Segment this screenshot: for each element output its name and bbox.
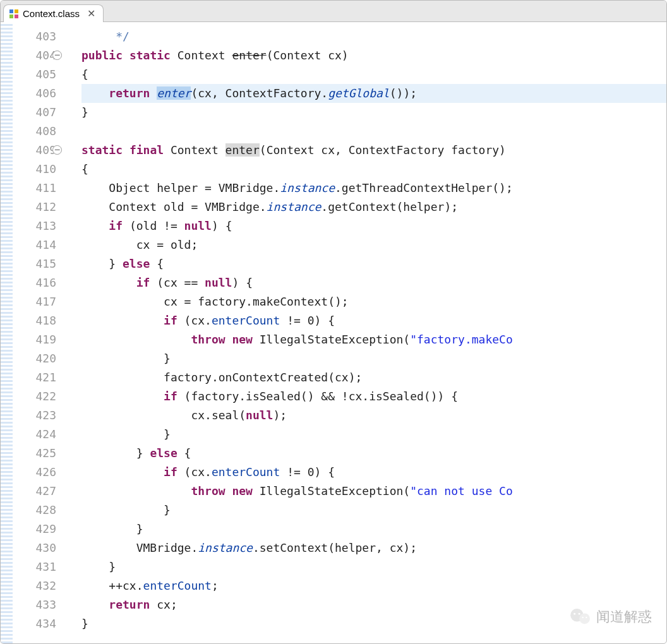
line-number: 410 [13,160,60,179]
line-number: 428 [13,501,60,520]
code-line[interactable]: static final Context enter(Context cx, C… [81,141,666,160]
line-number: 421 [13,368,60,387]
svg-rect-3 [15,15,18,18]
line-number: 409− [13,141,60,160]
code-line[interactable]: throw new IllegalStateException("can not… [81,482,666,501]
editor-tab-context-class[interactable]: Context.class ✕ [3,4,104,22]
code-line[interactable]: } [81,520,666,539]
code-line[interactable]: } else { [81,254,666,273]
code-line[interactable]: } [81,501,666,520]
line-number: 408 [13,122,60,141]
code-line[interactable] [81,122,666,141]
line-number: 413 [13,217,60,236]
fold-toggle-icon[interactable]: − [52,145,62,155]
code-line[interactable]: } [81,425,666,444]
code-line[interactable]: if (cx.enterCount != 0) { [81,463,666,482]
svg-point-8 [582,617,584,618]
line-number: 419 [13,330,60,349]
line-number: 427 [13,482,60,501]
class-file-icon [9,9,19,19]
code-line[interactable]: } [81,558,666,576]
line-number: 418 [13,311,60,330]
line-number: 422 [13,387,60,406]
line-number: 416 [13,273,60,292]
svg-point-6 [574,613,575,615]
line-number: 415 [13,254,60,273]
line-number: 403 [13,27,60,46]
code-line[interactable]: */ [81,27,666,46]
code-line[interactable]: } else { [81,444,666,463]
svg-point-9 [586,617,587,618]
code-line[interactable]: ++cx.enterCount; [81,576,666,595]
line-number: 430 [13,539,60,558]
line-number: 420 [13,349,60,368]
svg-point-7 [579,613,580,615]
marker-bar [1,22,13,643]
svg-point-5 [579,613,590,624]
code-line[interactable]: cx.seal(null); [81,406,666,425]
code-line[interactable]: return enter(cx, ContextFactory.getGloba… [81,84,666,103]
code-line[interactable]: cx = old; [81,236,666,254]
code-line[interactable]: { [81,65,666,84]
line-number: 425 [13,444,60,463]
line-number: 411 [13,179,60,198]
close-icon[interactable]: ✕ [87,8,95,20]
code-line[interactable]: Object helper = VMBridge.instance.getThr… [81,179,666,198]
line-number: 406 [13,84,60,103]
code-editor[interactable]: 403404−405406407408409−41041141241341441… [1,22,666,643]
watermark: 闻道解惑 [570,607,652,626]
svg-rect-0 [9,9,13,13]
line-number: 424 [13,425,60,444]
editor-tabbar: Context.class ✕ [1,1,666,22]
line-number: 434 [13,614,60,633]
line-number: 431 [13,558,60,576]
code-line[interactable]: if (cx == null) { [81,273,666,292]
code-line[interactable]: if (old != null) { [81,217,666,236]
watermark-text: 闻道解惑 [596,607,652,626]
line-number: 405 [13,65,60,84]
svg-rect-2 [9,15,13,18]
code-line[interactable]: Context old = VMBridge.instance.getConte… [81,198,666,217]
code-line[interactable]: VMBridge.instance.setContext(helper, cx)… [81,539,666,558]
fold-toggle-icon[interactable]: − [52,51,62,60]
line-number: 412 [13,198,60,217]
svg-rect-1 [15,9,18,13]
tab-title: Context.class [23,8,80,19]
code-area[interactable]: */public static Context enter(Context cx… [60,22,666,643]
code-line[interactable]: factory.onContextCreated(cx); [81,368,666,387]
line-number: 404− [13,46,60,65]
line-number-gutter: 403404−405406407408409−41041141241341441… [13,22,60,643]
code-line[interactable]: } [81,103,666,122]
line-number: 429 [13,520,60,539]
code-line[interactable]: public static Context enter(Context cx) [81,46,666,65]
code-line[interactable]: throw new IllegalStateException("factory… [81,330,666,349]
line-number: 433 [13,595,60,614]
line-number: 417 [13,292,60,311]
line-number: 414 [13,236,60,254]
code-line[interactable]: } [81,349,666,368]
line-number: 432 [13,576,60,595]
code-line[interactable]: cx = factory.makeContext(); [81,292,666,311]
line-number: 423 [13,406,60,425]
wechat-icon [570,608,591,626]
line-number: 426 [13,463,60,482]
code-line[interactable]: { [81,160,666,179]
code-line[interactable]: if (cx.enterCount != 0) { [81,311,666,330]
line-number: 407 [13,103,60,122]
code-line[interactable]: if (factory.isSealed() && !cx.isSealed()… [81,387,666,406]
